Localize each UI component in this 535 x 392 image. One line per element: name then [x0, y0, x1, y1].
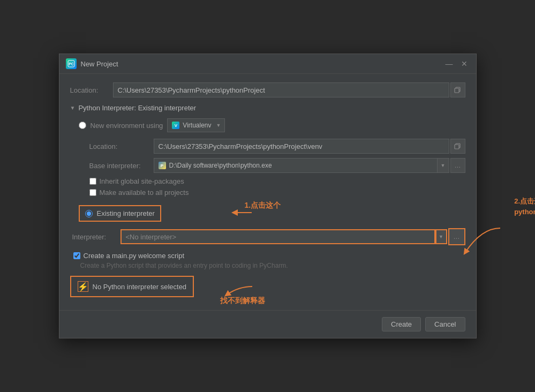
- new-env-row: New environment using V Virtualenv: [79, 118, 465, 132]
- warning-section: ⚡ No Python interpreter selected 找不到解释器: [70, 276, 194, 301]
- section-title: Python Interpreter: Existing interpreter: [78, 104, 196, 112]
- existing-interpreter-section: Existing interpreter 1.点击这个: [79, 205, 161, 228]
- svg-text:PC: PC: [69, 62, 74, 66]
- venv-location-input[interactable]: [154, 139, 449, 154]
- base-interpreter-row: Base interpreter: P D:\Daily software\py…: [89, 158, 465, 173]
- base-interpreter-browse-button[interactable]: …: [450, 158, 465, 173]
- welcome-script-label: Create a main.py welcome script: [84, 252, 185, 260]
- make-available-row: Make available to all projects: [79, 189, 465, 197]
- arrow-no-interpreter: [223, 284, 255, 300]
- base-interpreter-dropdown[interactable]: P D:\Daily software\python\python.exe: [154, 158, 438, 173]
- location-input[interactable]: [113, 82, 449, 97]
- venv-location-label: Location:: [89, 142, 154, 150]
- dialog-footer: Create Cancel: [59, 310, 476, 338]
- virtualenv-dropdown[interactable]: V Virtualenv: [167, 118, 224, 132]
- venv-location-browse-button[interactable]: [450, 139, 465, 154]
- new-project-dialog: PC New Project — ✕ Location: ▼ Pyth: [59, 54, 477, 338]
- dialog-title: New Project: [81, 60, 118, 68]
- existing-radio[interactable]: [85, 210, 93, 217]
- title-bar: PC New Project — ✕: [59, 54, 476, 74]
- base-interpreter-dropdown-btn[interactable]: ▼: [438, 158, 449, 173]
- arrow-click-existing: [231, 207, 253, 218]
- location-row: Location:: [70, 82, 465, 97]
- new-env-label: New environment using: [91, 122, 163, 130]
- existing-radio-label: Existing interpreter: [97, 209, 155, 217]
- python-icon: P: [159, 162, 166, 169]
- minimize-button[interactable]: —: [444, 58, 455, 69]
- warning-icon: ⚡: [78, 281, 88, 292]
- inherit-global-row: Inherit global site-packages: [79, 177, 465, 185]
- create-button[interactable]: Create: [382, 317, 421, 331]
- make-available-label: Make available to all projects: [100, 189, 189, 197]
- interpreter-dropdown-button[interactable]: ▼: [435, 229, 447, 244]
- cancel-button[interactable]: Cancel: [425, 317, 465, 331]
- annotation-find-python: 2.点击这个，找到python的安装位置: [514, 196, 535, 217]
- make-available-checkbox[interactable]: [89, 189, 96, 196]
- interpreter-label: Interpreter:: [72, 233, 120, 241]
- indented-section: Location: Base interpreter: P: [79, 139, 465, 173]
- warning-text: No Python interpreter selected: [93, 283, 187, 291]
- svg-rect-3: [455, 145, 459, 149]
- location-browse-button[interactable]: [450, 82, 465, 97]
- svg-rect-2: [455, 88, 459, 93]
- welcome-script-checkbox[interactable]: [73, 252, 80, 259]
- interpreter-value: <No interpreter>: [126, 233, 177, 241]
- pycharm-icon: PC: [66, 58, 77, 69]
- base-interpreter-value: D:\Daily software\python\python.exe: [169, 162, 272, 169]
- section-triangle: ▼: [70, 105, 76, 111]
- section-header: ▼ Python Interpreter: Existing interpret…: [70, 104, 465, 112]
- interpreter-dropdown[interactable]: <No interpreter>: [120, 229, 435, 244]
- welcome-script-row: Create a main.py welcome script: [70, 252, 465, 260]
- existing-radio-row: Existing interpreter: [79, 205, 161, 222]
- warning-bar: ⚡ No Python interpreter selected: [70, 276, 194, 297]
- venv-location-row: Location:: [89, 139, 465, 154]
- welcome-script-description: Create a Python script that provides an …: [70, 262, 465, 269]
- interpreter-row: Interpreter: <No interpreter> ▼ … 2.点击这个…: [70, 228, 465, 245]
- section-content: New environment using V Virtualenv Locat…: [70, 118, 465, 228]
- location-label: Location:: [70, 86, 113, 94]
- close-button[interactable]: ✕: [459, 58, 470, 69]
- dialog-body: Location: ▼ Python Interpreter: Existing…: [59, 74, 476, 310]
- arrow-find-python: [455, 223, 508, 260]
- new-env-radio[interactable]: [79, 122, 86, 129]
- title-bar-left: PC New Project: [66, 58, 118, 69]
- virtualenv-icon: V: [172, 122, 179, 129]
- title-bar-controls: — ✕: [444, 58, 470, 69]
- inherit-global-label: Inherit global site-packages: [100, 177, 184, 185]
- virtualenv-label: Virtualenv: [183, 122, 211, 129]
- inherit-global-checkbox[interactable]: [89, 178, 96, 185]
- base-interpreter-label: Base interpreter:: [89, 162, 154, 170]
